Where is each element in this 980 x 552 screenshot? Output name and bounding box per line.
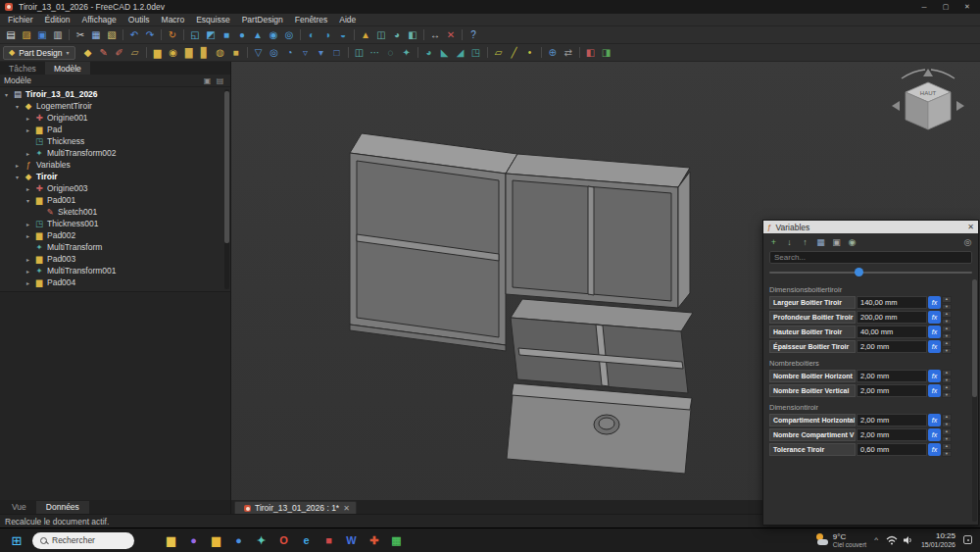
close-button[interactable]: ✕ (956, 0, 978, 14)
spin-down-button[interactable]: ▾ (942, 377, 952, 384)
tab-vue[interactable]: Vue (2, 501, 36, 514)
tree-item-tiroir-13-01-2026[interactable]: ▾▤Tiroir_13_01_2026 (0, 88, 230, 100)
menu-partdesign[interactable]: PartDesign (236, 15, 289, 25)
expander-icon[interactable]: ▸ (24, 268, 31, 275)
tree-item-thickness001[interactable]: ▸◳Thickness001 (0, 218, 230, 229)
refresh-icon[interactable]: ↻ (165, 27, 180, 43)
app-blue-sphere-icon[interactable]: ● (230, 532, 247, 549)
variables-panel-titlebar[interactable]: ƒ Variables ✕ (763, 221, 978, 233)
create-sketch-icon[interactable]: ✎ (96, 45, 112, 61)
import-variables-icon[interactable]: ↓ (783, 235, 796, 248)
extrude-icon[interactable]: ▲ (358, 27, 373, 43)
sync-selection-icon[interactable]: ▣ (201, 76, 214, 85)
print-document-icon[interactable]: ▥ (50, 27, 66, 43)
opera-icon[interactable]: O (275, 532, 292, 549)
tree-item-pad002[interactable]: ▸▆Pad002 (0, 229, 230, 241)
expression-fx-button[interactable]: fx (928, 443, 941, 456)
spin-down-button[interactable]: ▾ (942, 348, 952, 355)
additive-primitive-icon[interactable]: ■ (228, 45, 244, 61)
add-variable-icon[interactable]: + (767, 235, 780, 248)
chamfer-icon[interactable]: ◣ (437, 45, 453, 61)
edge-icon[interactable]: e (298, 532, 315, 549)
edit-sketch-icon[interactable]: ✐ (112, 45, 127, 61)
expression-fx-button[interactable]: fx (928, 340, 941, 353)
revolution-icon[interactable]: ◉ (166, 45, 181, 61)
expression-fx-button[interactable]: fx (928, 326, 941, 338)
taskbar-search[interactable]: Rechercher (32, 532, 134, 549)
measure-distance-icon[interactable]: ↔ (427, 27, 443, 43)
random-color-icon[interactable]: ◨ (599, 45, 614, 61)
tree-item-multitransform[interactable]: ✦MultiTransform (0, 241, 230, 253)
pocket-icon[interactable]: ▽ (251, 45, 267, 61)
menu-outils[interactable]: Outils (122, 15, 156, 25)
datum-point-icon[interactable]: • (522, 45, 538, 61)
close-tab-icon[interactable]: ✕ (343, 504, 350, 513)
tree-item-origine001[interactable]: ▸✚Origine001 (0, 112, 230, 124)
tree-item-sketch001[interactable]: ✎Sketch001 (0, 206, 230, 218)
spin-up-button[interactable]: ▴ (942, 443, 952, 450)
start-button[interactable]: ⊞ (8, 534, 25, 547)
spin-up-button[interactable]: ▴ (942, 370, 952, 376)
copy-variables-icon[interactable]: ▣ (830, 235, 843, 248)
spin-up-button[interactable]: ▴ (942, 311, 952, 318)
freecad-icon[interactable]: ✚ (366, 532, 382, 549)
variables-scrollbar[interactable] (972, 279, 977, 522)
appearance-icon[interactable]: ◧ (583, 45, 599, 61)
menu-affichage[interactable]: Affichage (76, 15, 122, 25)
app-red-icon[interactable]: ■ (320, 532, 337, 549)
subtractive-loft-icon[interactable]: ▿ (298, 45, 314, 61)
mirror-icon[interactable]: ◫ (373, 27, 389, 43)
expander-icon[interactable]: ▾ (14, 174, 21, 180)
tree-item-tiroir[interactable]: ▾◆Tiroir (0, 171, 230, 182)
spin-down-button[interactable]: ▾ (942, 333, 952, 340)
expander-icon[interactable]: ▸ (14, 162, 21, 169)
variable-value-input[interactable]: 2,00 mm (857, 370, 927, 382)
tree-item-pad004[interactable]: ▸▆Pad004 (0, 276, 230, 288)
expander-icon[interactable]: ▾ (3, 91, 10, 98)
menu-fenetres[interactable]: Fenêtres (289, 15, 334, 25)
boolean-cut-icon[interactable]: ◑ (319, 27, 335, 43)
weather-widget[interactable]: 9°C Ciel couvert (815, 532, 866, 549)
scrollbar-thumb[interactable] (972, 279, 977, 397)
clear-measurement-icon[interactable]: ✕ (443, 27, 459, 43)
migrate-icon[interactable]: ⇄ (561, 45, 576, 61)
tree-item-pad003[interactable]: ▸▆Pad003 (0, 253, 230, 265)
map-sketch-icon[interactable]: ▱ (127, 45, 143, 61)
expander-icon[interactable]: ▸ (24, 115, 31, 122)
menu-esquisse[interactable]: Esquisse (190, 15, 236, 25)
document-view-tab[interactable]: Tiroir_13_01_2026 : 1* ✕ (234, 501, 357, 514)
fillet-part-icon[interactable]: ◕ (389, 27, 405, 43)
subtractive-primitive-icon[interactable]: □ (329, 45, 345, 61)
expander-icon[interactable]: ▸ (24, 232, 31, 239)
spin-down-button[interactable]: ▾ (942, 422, 952, 428)
tab-donnees[interactable]: Données (36, 501, 89, 514)
additive-loft-icon[interactable]: ▇ (181, 45, 197, 61)
datum-line-icon[interactable]: ╱ (507, 45, 522, 61)
variable-value-input[interactable]: 0,60 mm (857, 443, 927, 456)
expression-fx-button[interactable]: fx (928, 370, 941, 382)
close-panel-icon[interactable]: ✕ (967, 223, 974, 231)
tree-item-multitransform001[interactable]: ▸✦MultiTransform001 (0, 265, 230, 276)
cross-section-icon[interactable]: ◧ (405, 27, 420, 43)
draft-angle-icon[interactable]: ◢ (453, 45, 468, 61)
part-box-icon[interactable]: ■ (219, 27, 234, 43)
scrollbar-thumb[interactable] (224, 91, 229, 243)
panel-options-icon[interactable]: ◎ (961, 235, 974, 248)
copy-icon[interactable]: ▦ (88, 27, 104, 43)
tree-scrollbar[interactable] (224, 89, 229, 289)
app-teal-icon[interactable]: ✦ (253, 532, 270, 549)
tree-item-variables[interactable]: ▸ƒVariables (0, 159, 230, 171)
part-torus-icon[interactable]: ◎ (281, 27, 297, 43)
quick-settings[interactable] (886, 535, 913, 545)
tree-item-thickness[interactable]: ◳Thickness (0, 135, 230, 147)
spin-down-button[interactable]: ▾ (942, 451, 952, 458)
expression-fx-button[interactable]: fx (928, 414, 941, 427)
tray-overflow-chevron[interactable]: ^ (874, 535, 878, 544)
expander-icon[interactable]: ▸ (24, 279, 31, 286)
maximize-button[interactable]: ▢ (935, 0, 956, 14)
boolean-operation-icon[interactable]: ⊕ (545, 45, 561, 61)
navigation-cube[interactable]: HAUT (884, 67, 972, 143)
word-icon[interactable]: W (343, 532, 360, 549)
paste-icon[interactable]: ▧ (104, 27, 120, 43)
expression-fx-button[interactable]: fx (928, 428, 941, 441)
